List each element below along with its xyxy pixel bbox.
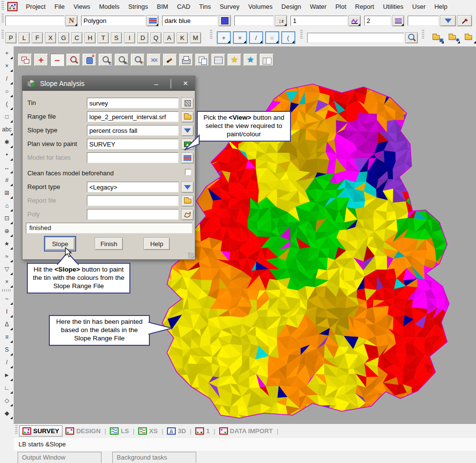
- toolbar-grip[interactable]: [1, 14, 4, 23]
- copy-view-button[interactable]: [195, 53, 209, 66]
- image-point-button[interactable]: ⊡: [1, 212, 13, 224]
- create-arc-button[interactable]: (: [1, 98, 13, 110]
- arc-snap-button[interactable]: (: [281, 31, 295, 44]
- more-projects-folder-button[interactable]: [461, 32, 476, 43]
- height-z-button[interactable]: ↕ z: [275, 15, 287, 26]
- cad-name-input[interactable]: [5, 16, 64, 26]
- menu-models[interactable]: Models: [95, 1, 124, 12]
- minimise-button[interactable]: –: [149, 80, 164, 88]
- view-tab-1[interactable]: 1: [192, 426, 212, 436]
- weight-button[interactable]: [349, 15, 361, 26]
- translate-button[interactable]: ⊕: [1, 225, 13, 237]
- output-window-tab[interactable]: Output Window: [18, 452, 102, 463]
- create-polygon-button[interactable]: ⌂: [1, 200, 13, 211]
- create-rectangle-button[interactable]: □: [1, 111, 13, 123]
- pan-view-button[interactable]: [82, 53, 97, 66]
- menu-report[interactable]: Report: [351, 1, 378, 12]
- fit-view-button[interactable]: [66, 53, 81, 66]
- view-tab-xs[interactable]: XS: [135, 426, 160, 436]
- function-key-button[interactable]: D: [137, 32, 148, 43]
- function-key-button[interactable]: M: [190, 32, 201, 43]
- freehand-sketch-button[interactable]: ~: [1, 293, 13, 305]
- range-file-browse-button[interactable]: [181, 111, 194, 123]
- picker-dropdown-button[interactable]: [440, 15, 456, 26]
- linetype-input[interactable]: [81, 16, 145, 26]
- zoom-view-button[interactable]: ±: [98, 53, 113, 66]
- add-view-button[interactable]: [34, 53, 48, 66]
- search-button[interactable]: [405, 32, 418, 43]
- menu-survey[interactable]: Survey: [215, 1, 244, 12]
- menu-help[interactable]: Help: [430, 1, 452, 12]
- favourites-star-button[interactable]: [227, 53, 242, 66]
- grid-browser-button[interactable]: [211, 53, 226, 66]
- linetype-button[interactable]: [146, 15, 159, 26]
- help-button[interactable]: Help: [144, 237, 170, 250]
- toolbar-grip2[interactable]: [1, 30, 4, 40]
- menu-volumes[interactable]: Volumes: [244, 1, 277, 12]
- notes-edit-button[interactable]: ≡: [1, 331, 13, 343]
- toolbar-grip4[interactable]: [300, 30, 303, 40]
- maximise-button[interactable]: [164, 80, 178, 88]
- create-text-button[interactable]: abc: [1, 124, 13, 135]
- report-type-dropdown-button[interactable]: [181, 182, 194, 193]
- view-tab-survey[interactable]: SURVEY: [19, 425, 62, 437]
- road-centreline-button[interactable]: S: [1, 344, 13, 356]
- menu-user[interactable]: User: [408, 1, 430, 12]
- minimise-view-button[interactable]: [50, 53, 64, 66]
- plot-frame-button[interactable]: ∟: [1, 382, 13, 394]
- function-key-button[interactable]: Q: [150, 32, 162, 43]
- background-tasks-tab[interactable]: Background tasks: [112, 452, 196, 463]
- line-snap-button[interactable]: /: [249, 31, 263, 44]
- menu-design[interactable]: Design: [277, 1, 305, 12]
- sketch-pencil-button[interactable]: /: [1, 357, 13, 368]
- name-n-button[interactable]: N: [65, 15, 78, 26]
- function-key-button[interactable]: P: [5, 32, 17, 43]
- text-box-button[interactable]: I: [1, 306, 13, 317]
- measure-button[interactable]: ↔: [1, 162, 13, 173]
- function-key-button[interactable]: L: [19, 32, 30, 43]
- function-key-button[interactable]: K: [177, 32, 188, 43]
- poly-picker-button[interactable]: [181, 209, 194, 220]
- star-point-button[interactable]: ★: [1, 238, 13, 250]
- delete-string-button[interactable]: ×: [1, 276, 13, 288]
- colour-swatch-button[interactable]: [219, 15, 231, 26]
- model-picker-button[interactable]: [181, 152, 194, 164]
- compass-two-button[interactable]: ◆: [1, 407, 13, 419]
- view-tab-design[interactable]: DESIGN: [62, 426, 103, 436]
- colour-input[interactable]: [162, 16, 218, 26]
- colour-string-button[interactable]: ≈: [1, 251, 13, 262]
- clean-faces-checkbox[interactable]: [185, 169, 191, 175]
- redraw-off-button[interactable]: [146, 53, 161, 66]
- dialog-resize-grip[interactable]: [188, 253, 194, 259]
- slope-type-input[interactable]: [87, 125, 179, 136]
- function-key-button[interactable]: C: [71, 32, 83, 43]
- menu-plot[interactable]: Plot: [331, 1, 351, 12]
- toolbar-grip3[interactable]: [210, 30, 212, 40]
- menu-bim[interactable]: BIM: [152, 1, 172, 12]
- create-point-button[interactable]: +: [1, 47, 13, 59]
- tabbar-grip[interactable]: [15, 425, 18, 435]
- picker-input[interactable]: [408, 16, 439, 26]
- function-key-button[interactable]: S: [111, 32, 122, 43]
- shrink-view-button[interactable]: %: [114, 53, 129, 66]
- eyedropper-button[interactable]: [457, 15, 472, 26]
- close-button[interactable]: ×: [178, 79, 193, 88]
- range-file-input[interactable]: [87, 111, 179, 122]
- poly-input[interactable]: [87, 209, 179, 220]
- function-key-button[interactable]: F: [32, 32, 43, 43]
- grid-table-button[interactable]: #: [1, 174, 13, 186]
- arrow-flag-button[interactable]: ►: [1, 369, 13, 381]
- function-key-button[interactable]: A: [164, 32, 175, 43]
- view-tab-data-import[interactable]: DATA IMPORT: [216, 426, 276, 436]
- functions-star-button[interactable]: [243, 53, 258, 66]
- plan-view-input[interactable]: [87, 139, 179, 149]
- create-symbol-button[interactable]: •: [1, 149, 13, 161]
- menu-strings[interactable]: Strings: [124, 1, 152, 12]
- redraw-brush-button[interactable]: [163, 53, 177, 66]
- menu-water[interactable]: Water: [306, 1, 331, 12]
- menu-views[interactable]: Views: [69, 1, 94, 12]
- finish-button[interactable]: Finish: [95, 237, 123, 250]
- function-key-button[interactable]: I: [124, 32, 135, 43]
- delete-button[interactable]: ×: [1, 60, 13, 72]
- weight-input[interactable]: [290, 16, 348, 26]
